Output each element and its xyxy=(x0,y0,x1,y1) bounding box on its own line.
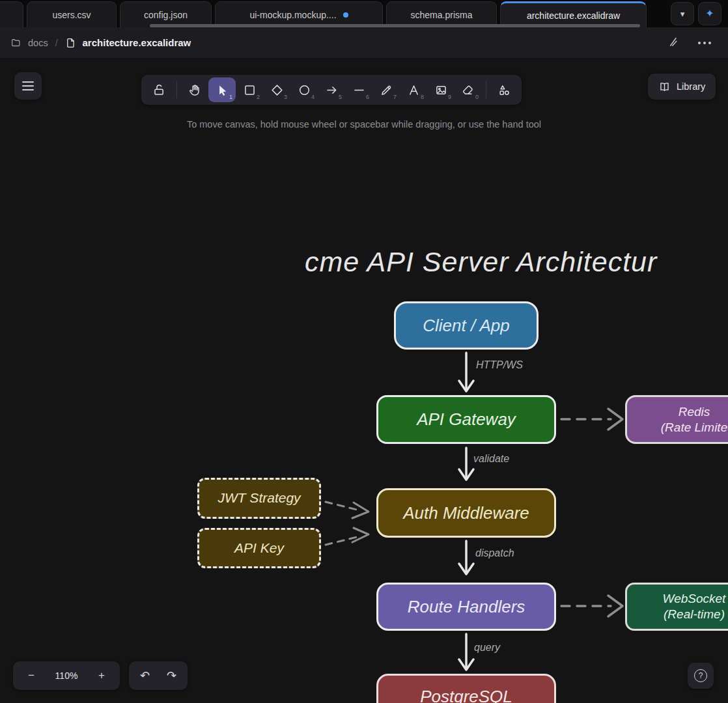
sparkle-icon: ✦ xyxy=(705,8,714,19)
line-icon xyxy=(352,83,366,97)
edge-label-dispatch[interactable]: dispatch xyxy=(475,547,514,559)
file-icon xyxy=(65,37,77,49)
tool-diamond[interactable]: 3 xyxy=(263,77,290,102)
unlock-icon xyxy=(152,83,166,97)
book-icon xyxy=(658,81,671,93)
ellipsis-icon xyxy=(698,42,711,44)
node-label: Auth Middleware xyxy=(403,503,529,524)
tool-image[interactable]: 9 xyxy=(427,77,455,102)
node-api-key[interactable]: API Key xyxy=(197,528,321,568)
tool-text[interactable]: 8 xyxy=(400,77,427,102)
node-websocket[interactable]: WebSocket (Real-time) xyxy=(625,583,728,631)
undo-button[interactable]: ↶ xyxy=(140,670,150,682)
canvas-hint-text: To move canvas, hold mouse wheel or spac… xyxy=(0,119,728,130)
node-label: JWT Strategy xyxy=(217,489,300,506)
tool-more-shapes[interactable] xyxy=(490,77,518,102)
tab-label: ui-mockup.mockup.... xyxy=(249,10,336,20)
tool-arrow[interactable]: 5 xyxy=(318,77,345,102)
pencil-icon xyxy=(380,83,393,97)
selection-cursor-icon xyxy=(216,83,229,97)
tool-lock[interactable] xyxy=(145,77,173,102)
image-icon xyxy=(434,83,448,97)
tab-schema-prisma[interactable]: schema.prisma xyxy=(386,1,497,27)
node-label-line2: (Real-time) xyxy=(664,607,725,622)
node-label-line2: (Rate Limite xyxy=(661,420,727,435)
tab-label: users.csv xyxy=(52,10,91,20)
tab-config-json[interactable]: config.json xyxy=(120,1,212,27)
tab-users-csv[interactable]: users.csv xyxy=(27,1,117,27)
tab-architecture-excalidraw[interactable]: architecture.excalidraw xyxy=(500,1,647,27)
new-tab-ai-button[interactable]: ✦ xyxy=(698,2,721,25)
node-label: API Gateway xyxy=(417,409,516,430)
breadcrumb-bar: docs / architecture.excalidraw xyxy=(0,27,728,58)
edge-label-query[interactable]: query xyxy=(474,642,500,654)
excalidraw-canvas[interactable] xyxy=(0,58,728,703)
ellipse-icon xyxy=(298,83,311,97)
modified-dot-icon xyxy=(343,12,348,18)
tab-partial[interactable] xyxy=(0,1,23,27)
rectangle-icon xyxy=(243,83,257,97)
edge-label-httpws[interactable]: HTTP/WS xyxy=(476,359,523,371)
breadcrumb-file: architecture.excalidraw xyxy=(83,37,191,48)
ai-edit-button[interactable] xyxy=(667,36,680,50)
history-controls: ↶ ↷ xyxy=(129,661,188,690)
node-label: API Key xyxy=(234,540,284,557)
library-label: Library xyxy=(677,81,705,92)
tab-label: config.json xyxy=(144,10,188,20)
main-menu-button[interactable] xyxy=(14,72,42,100)
chevron-down-icon: ▾ xyxy=(680,9,685,19)
help-button[interactable]: ? xyxy=(688,663,714,689)
tool-line[interactable]: 6 xyxy=(345,77,372,102)
tab-label: architecture.excalidraw xyxy=(527,10,620,21)
zoom-level[interactable]: 110% xyxy=(55,670,78,681)
tool-rectangle[interactable]: 2 xyxy=(236,77,263,102)
node-label: Client / App xyxy=(423,315,509,337)
help-icon: ? xyxy=(694,669,707,682)
arrow-icon xyxy=(325,83,339,97)
node-label: PostgreSQL xyxy=(420,686,512,703)
toolbar-divider xyxy=(486,81,486,98)
node-label: WebSocket xyxy=(663,591,726,607)
redo-button[interactable]: ↷ xyxy=(167,670,176,682)
node-client-app[interactable]: Client / App xyxy=(394,301,539,350)
eraser-icon xyxy=(462,83,475,97)
ai-pen-icon xyxy=(667,36,680,48)
tab-bar: users.csv config.json ui-mockup.mockup..… xyxy=(0,0,728,27)
node-label: Redis xyxy=(679,404,710,420)
diamond-icon xyxy=(270,83,284,97)
hand-icon xyxy=(188,83,202,97)
diagram-title[interactable]: cme API Server Architectur xyxy=(305,246,657,278)
edge-label-validate[interactable]: validate xyxy=(473,453,509,465)
zoom-controls: − 110% + xyxy=(13,661,120,690)
node-route-handlers[interactable]: Route Handlers xyxy=(376,583,556,631)
more-options-button[interactable] xyxy=(698,42,711,44)
tool-hand[interactable] xyxy=(181,77,208,102)
shapes-icon xyxy=(497,83,511,97)
tab-list-dropdown-button[interactable]: ▾ xyxy=(671,2,694,25)
tool-selection[interactable]: 1 xyxy=(208,77,236,102)
node-label: Route Handlers xyxy=(408,596,525,618)
toolbar-divider xyxy=(176,81,177,98)
folder-icon xyxy=(10,37,22,49)
breadcrumb-folder[interactable]: docs xyxy=(28,38,48,48)
tab-label: schema.prisma xyxy=(411,10,473,20)
tool-eraser[interactable]: 0 xyxy=(455,77,482,102)
node-postgresql[interactable]: PostgreSQL xyxy=(376,674,556,703)
tab-horizontal-scrollbar[interactable] xyxy=(150,24,640,27)
zoom-in-button[interactable]: + xyxy=(94,669,109,682)
node-redis[interactable]: Redis (Rate Limite xyxy=(625,395,728,444)
breadcrumb-separator: / xyxy=(55,38,58,48)
zoom-out-button[interactable]: − xyxy=(23,669,39,682)
tool-island: 1 2 3 4 5 6 7 xyxy=(141,75,522,105)
breadcrumb-actions xyxy=(667,36,711,50)
tool-ellipse[interactable]: 4 xyxy=(290,77,318,102)
text-icon xyxy=(407,83,421,97)
tab-ui-mockup[interactable]: ui-mockup.mockup.... xyxy=(215,1,383,27)
hamburger-icon xyxy=(22,81,34,83)
node-api-gateway[interactable]: API Gateway xyxy=(376,395,556,444)
node-auth-middleware[interactable]: Auth Middleware xyxy=(376,488,556,538)
library-button[interactable]: Library xyxy=(648,74,716,100)
node-jwt-strategy[interactable]: JWT Strategy xyxy=(197,478,321,519)
tabbar-actions: ▾ ✦ xyxy=(671,2,721,25)
tool-draw[interactable]: 7 xyxy=(372,77,400,102)
